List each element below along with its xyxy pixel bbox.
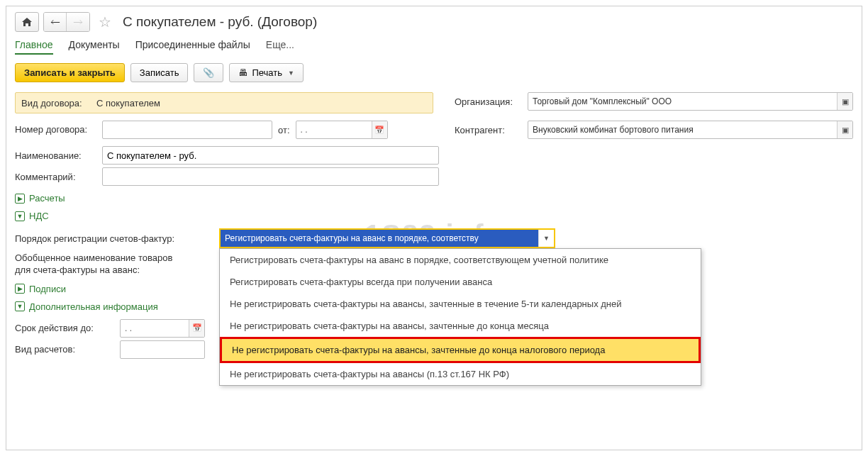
- valid-until-input[interactable]: . .: [121, 323, 189, 333]
- org-label: Организация:: [455, 96, 522, 107]
- save-button[interactable]: Записать: [130, 63, 189, 82]
- dropdown-option[interactable]: Не регистрировать счета-фактуры на аванс…: [220, 293, 701, 315]
- save-and-close-button[interactable]: Записать и закрыть: [15, 63, 125, 82]
- invoice-order-combo[interactable]: Регистрировать счета-фактуры на аванс в …: [219, 228, 555, 248]
- section-settlements-toggle[interactable]: ▶ Расчеты: [15, 193, 853, 204]
- favorite-star-icon[interactable]: ☆: [94, 13, 116, 30]
- calendar-icon[interactable]: 📅: [372, 121, 387, 138]
- number-label: Номер договора:: [15, 124, 96, 135]
- invoice-order-label: Порядок регистрации счетов-фактур:: [15, 233, 213, 244]
- org-open-button[interactable]: ▣: [837, 93, 852, 110]
- chevron-right-icon: ▶: [15, 284, 25, 294]
- section-vat-toggle[interactable]: ▼ НДС: [15, 211, 853, 221]
- paperclip-icon: 📎: [203, 67, 214, 78]
- comment-label: Комментарий:: [15, 172, 96, 182]
- generic-name-label: Обобщенное наименование товаров для счет…: [15, 252, 199, 277]
- date-label: от:: [278, 125, 290, 135]
- org-field[interactable]: Торговый дом "Комплексный" ООО: [528, 96, 837, 106]
- invoice-order-selected: Регистрировать счета-фактуры на аванс в …: [221, 230, 538, 247]
- contract-type-value: С покупателем: [96, 98, 427, 109]
- attach-button[interactable]: 📎: [194, 63, 223, 82]
- chevron-down-icon: ▼: [15, 301, 25, 311]
- contract-number-input[interactable]: [102, 121, 272, 139]
- payment-type-input[interactable]: [120, 340, 205, 359]
- back-button[interactable]: 🡐: [44, 13, 67, 31]
- tab-main[interactable]: Главное: [15, 39, 53, 55]
- dropdown-option[interactable]: Не регистрировать счета-фактуры на аванс…: [220, 315, 701, 337]
- home-button[interactable]: [15, 12, 39, 32]
- contract-type-label: Вид договора:: [21, 98, 96, 109]
- counterparty-label: Контрагент:: [455, 125, 522, 135]
- counterparty-field[interactable]: Внуковский комбинат бортового питания: [528, 125, 837, 135]
- tab-documents[interactable]: Документы: [69, 39, 120, 55]
- dropdown-option[interactable]: Регистрировать счета-фактуры всегда при …: [220, 271, 701, 293]
- calendar-icon[interactable]: 📅: [189, 320, 204, 337]
- date-input[interactable]: . .: [296, 125, 372, 135]
- forward-button[interactable]: 🡒: [67, 13, 89, 31]
- tab-attachments[interactable]: Присоединенные файлы: [135, 39, 250, 55]
- dropdown-option[interactable]: Регистрировать счета-фактуры на аванс в …: [220, 249, 701, 271]
- name-input[interactable]: [102, 146, 439, 165]
- comment-input[interactable]: [102, 167, 439, 186]
- printer-icon: 🖶: [238, 67, 247, 78]
- invoice-order-dropdown: Регистрировать счета-фактуры на аванс в …: [219, 248, 701, 386]
- chevron-right-icon: ▶: [15, 194, 25, 204]
- print-button[interactable]: 🖶 Печать ▼: [229, 63, 304, 82]
- dropdown-option-highlighted[interactable]: Не регистрировать счета-фактуры на аванс…: [220, 337, 701, 363]
- payment-type-label: Вид расчетов:: [15, 344, 114, 355]
- chevron-down-icon: ▼: [15, 211, 25, 221]
- dropdown-option[interactable]: Не регистрировать счета-фактуры на аванс…: [220, 363, 701, 385]
- chevron-down-icon: ▼: [288, 69, 294, 77]
- tab-more[interactable]: Еще...: [266, 39, 294, 55]
- counterparty-open-button[interactable]: ▣: [837, 121, 852, 138]
- valid-until-label: Срок действия до:: [15, 323, 114, 333]
- window-title: С покупателем - руб. (Договор): [123, 14, 317, 30]
- combo-caret-icon[interactable]: ▼: [538, 230, 554, 247]
- name-label: Наименование:: [15, 150, 96, 161]
